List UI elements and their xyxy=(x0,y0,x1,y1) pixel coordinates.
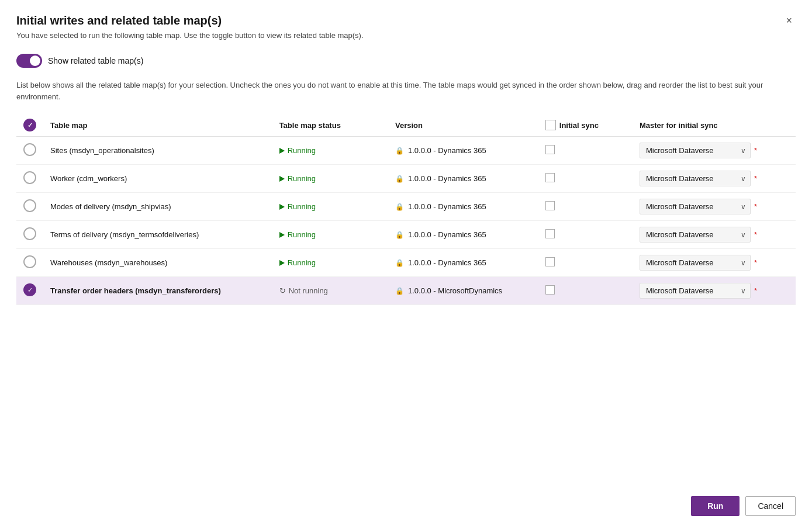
initialsync-checkbox[interactable] xyxy=(545,257,555,266)
status-running: Running xyxy=(279,146,381,155)
row-version: 🔒1.0.0.0 - MicrosoftDynamics xyxy=(388,277,538,305)
lock-icon: 🔒 xyxy=(395,231,404,239)
row-initialsync[interactable] xyxy=(538,221,633,249)
row-initialsync[interactable] xyxy=(538,277,633,305)
header-status: Table map status xyxy=(272,114,388,137)
master-select[interactable]: Microsoft Dataverse Finance and Operatio… xyxy=(640,227,751,243)
master-select-wrapper: Microsoft Dataverse Finance and Operatio… xyxy=(640,199,751,214)
cancel-button[interactable]: Cancel xyxy=(745,496,796,516)
lock-icon: 🔒 xyxy=(395,175,404,183)
row-tablemap-name: Warehouses (msdyn_warehouses) xyxy=(43,249,272,277)
initialsync-checkbox[interactable] xyxy=(545,145,555,154)
status-running: Running xyxy=(279,174,381,183)
lock-icon: 🔒 xyxy=(395,287,404,295)
master-select-wrapper: Microsoft Dataverse Finance and Operatio… xyxy=(640,171,751,186)
header-version: Version xyxy=(388,114,538,137)
required-star: * xyxy=(754,174,757,183)
initialsync-checkbox[interactable] xyxy=(545,285,555,295)
header-initialsync: Initial sync xyxy=(538,114,633,137)
table-row: Sites (msdyn_operationalsites)Running🔒1.… xyxy=(16,137,796,165)
footer: Run Cancel xyxy=(691,496,796,516)
master-select[interactable]: Microsoft Dataverse Finance and Operatio… xyxy=(640,255,751,271)
required-star: * xyxy=(754,230,757,239)
header-master: Master for initial sync xyxy=(633,114,796,137)
row-status: Running xyxy=(272,249,388,277)
header-initialsync-checkbox[interactable] xyxy=(545,120,556,130)
row-status: Running xyxy=(272,137,388,165)
master-select[interactable]: Microsoft Dataverse Finance and Operatio… xyxy=(640,143,751,158)
row-status: Running xyxy=(272,165,388,193)
required-star: * xyxy=(754,202,757,211)
lock-icon: 🔒 xyxy=(395,259,404,267)
master-select-wrapper: Microsoft Dataverse Finance and Operatio… xyxy=(640,283,751,299)
status-notrunning: ↻Not running xyxy=(279,286,381,295)
row-select-radio[interactable] xyxy=(23,143,36,156)
description-text: List below shows all the related table m… xyxy=(16,79,796,102)
row-status: Running xyxy=(272,221,388,249)
row-version: 🔒1.0.0.0 - Dynamics 365 xyxy=(388,249,538,277)
row-master: Microsoft Dataverse Finance and Operatio… xyxy=(633,137,796,165)
row-master: Microsoft Dataverse Finance and Operatio… xyxy=(633,165,796,193)
run-button[interactable]: Run xyxy=(691,496,740,516)
play-icon xyxy=(279,204,285,210)
toggle-row: Show related table map(s) xyxy=(16,54,796,68)
status-running: Running xyxy=(279,230,381,239)
row-master: Microsoft Dataverse Finance and Operatio… xyxy=(633,221,796,249)
required-star: * xyxy=(754,286,757,295)
master-select-wrapper: Microsoft Dataverse Finance and Operatio… xyxy=(640,227,751,243)
master-select-wrapper: Microsoft Dataverse Finance and Operatio… xyxy=(640,143,751,158)
row-master: Microsoft Dataverse Finance and Operatio… xyxy=(633,249,796,277)
dialog-subtitle: You have selected to run the following t… xyxy=(16,31,796,40)
initialsync-checkbox[interactable] xyxy=(545,201,555,210)
table: Table map Table map status Version Initi… xyxy=(16,114,796,305)
row-initialsync[interactable] xyxy=(538,249,633,277)
dialog-header: Initial writes and related table map(s) … xyxy=(16,14,796,27)
row-status: Running xyxy=(272,193,388,221)
row-version: 🔒1.0.0.0 - Dynamics 365 xyxy=(388,137,538,165)
play-icon xyxy=(279,232,285,238)
table-row: Transfer order headers (msdyn_transferor… xyxy=(16,277,796,305)
row-initialsync[interactable] xyxy=(538,165,633,193)
header-select-all[interactable] xyxy=(23,119,36,131)
initialsync-checkbox[interactable] xyxy=(545,173,555,182)
row-version: 🔒1.0.0.0 - Dynamics 365 xyxy=(388,193,538,221)
row-tablemap-name: Sites (msdyn_operationalsites) xyxy=(43,137,272,165)
row-select-radio[interactable] xyxy=(23,171,36,184)
required-star: * xyxy=(754,258,757,267)
master-select-wrapper: Microsoft Dataverse Finance and Operatio… xyxy=(640,255,751,271)
toggle-switch[interactable] xyxy=(16,54,42,68)
row-select-radio[interactable] xyxy=(23,227,36,240)
row-initialsync[interactable] xyxy=(538,193,633,221)
required-star: * xyxy=(754,146,757,155)
header-tablemap: Table map xyxy=(43,114,272,137)
header-check-col xyxy=(16,114,43,137)
row-select-radio[interactable] xyxy=(23,199,36,212)
lock-icon: 🔒 xyxy=(395,203,404,211)
play-icon xyxy=(279,260,285,266)
sync-icon: ↻ xyxy=(279,286,286,295)
row-version: 🔒1.0.0.0 - Dynamics 365 xyxy=(388,165,538,193)
row-tablemap-name: Terms of delivery (msdyn_termsofdeliveri… xyxy=(43,221,272,249)
dialog: Initial writes and related table map(s) … xyxy=(0,0,812,530)
row-master: Microsoft Dataverse Finance and Operatio… xyxy=(633,277,796,305)
row-tablemap-name: Modes of delivery (msdyn_shipvias) xyxy=(43,193,272,221)
master-select[interactable]: Microsoft Dataverse Finance and Operatio… xyxy=(640,199,751,214)
row-master: Microsoft Dataverse Finance and Operatio… xyxy=(633,193,796,221)
row-initialsync[interactable] xyxy=(538,137,633,165)
lock-icon: 🔒 xyxy=(395,147,404,155)
row-select-radio[interactable] xyxy=(23,283,36,296)
row-status: ↻Not running xyxy=(272,277,388,305)
close-button[interactable]: × xyxy=(782,14,796,27)
status-running: Running xyxy=(279,258,381,267)
row-select-radio[interactable] xyxy=(23,255,36,268)
toggle-label: Show related table map(s) xyxy=(48,56,143,65)
status-running: Running xyxy=(279,202,381,211)
initialsync-checkbox[interactable] xyxy=(545,229,555,238)
table-header-row: Table map Table map status Version Initi… xyxy=(16,114,796,137)
table-row: Modes of delivery (msdyn_shipvias)Runnin… xyxy=(16,193,796,221)
master-select[interactable]: Microsoft Dataverse Finance and Operatio… xyxy=(640,171,751,186)
master-select[interactable]: Microsoft Dataverse Finance and Operatio… xyxy=(640,283,751,299)
play-icon xyxy=(279,148,285,154)
table-row: Worker (cdm_workers)Running🔒1.0.0.0 - Dy… xyxy=(16,165,796,193)
toggle-slider xyxy=(16,54,42,68)
